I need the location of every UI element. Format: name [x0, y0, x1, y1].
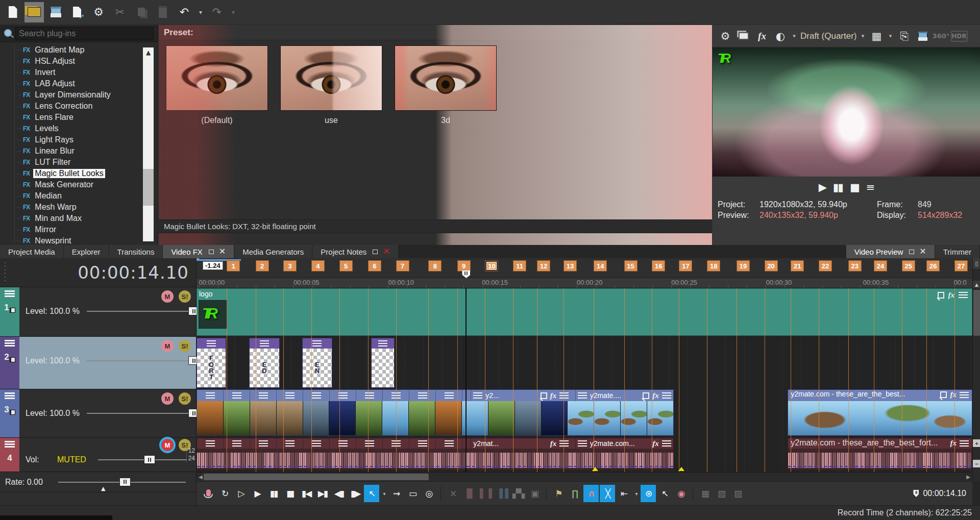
plugin-item[interactable]: FX Mirror — [0, 224, 158, 235]
copy-snapshot-button[interactable]: ⎘ — [896, 28, 913, 45]
insert-region-button[interactable]: ∏ — [567, 485, 582, 502]
add-to-group-button[interactable]: ▨ — [730, 485, 745, 502]
timeline-marker[interactable]: 3 — [283, 260, 297, 271]
timeline-marker[interactable]: 2 — [256, 260, 269, 271]
preview-quality-dropdown[interactable]: ▾ — [859, 28, 867, 45]
external-monitor-button[interactable] — [735, 28, 752, 45]
plugin-item[interactable]: FX Lens Correction — [0, 101, 158, 112]
edit-tool-button[interactable]: ↖ — [364, 485, 379, 502]
track-menu-icon[interactable] — [5, 340, 15, 347]
timeline-marker[interactable]: 27 — [954, 260, 968, 271]
undo-button[interactable]: ↶ — [175, 2, 194, 22]
preview-stop-button[interactable]: ■ — [850, 181, 859, 193]
plugin-item[interactable]: FX Gradient Map — [0, 44, 158, 56]
event-menu-icon[interactable] — [662, 440, 671, 447]
divider[interactable] — [440, 486, 441, 501]
event-menu-icon[interactable] — [959, 292, 968, 299]
preview-settings-button[interactable]: ⚙ — [717, 28, 734, 45]
redo-dropdown[interactable]: ▾ — [229, 2, 238, 22]
scroll-thumb[interactable] — [973, 290, 980, 336]
timeline-marker[interactable]: 10 — [485, 260, 498, 271]
timeline-marker[interactable]: 19 — [737, 260, 750, 271]
overlays-dropdown[interactable]: ▾ — [887, 28, 895, 45]
plugin-item[interactable]: FX Newsprint — [0, 235, 158, 244]
time-ruler[interactable]: 00:00:0000:00:0500:00:1000:00:1500:00:20… — [197, 278, 972, 288]
video-clip-group[interactable]: y2... y2mate.... — [197, 389, 674, 436]
event-menu-icon[interactable] — [260, 340, 269, 347]
split-screen-dropdown[interactable]: ▾ — [790, 28, 798, 45]
mute-button[interactable]: M — [161, 439, 174, 451]
preview-menu-button[interactable]: ≡ — [866, 181, 874, 193]
timecode-display[interactable]: 00:00:14.10 — [0, 258, 196, 287]
event-fx-icon[interactable] — [652, 439, 659, 448]
tab[interactable]: Video FX ✕ — [163, 245, 234, 258]
clip-logo[interactable]: logo TR — [197, 288, 972, 336]
title-clip[interactable] — [371, 338, 395, 388]
loop-playback-button[interactable]: ↻ — [217, 485, 232, 502]
track-header-1[interactable]: 1 M S! Level: 100.0 % — [0, 287, 196, 337]
zoom-tool-button[interactable]: ◎ — [421, 485, 436, 502]
pause-button[interactable]: ▮▮ — [266, 485, 281, 502]
scroll-left-icon[interactable]: ◀ — [198, 473, 204, 481]
plugin-item[interactable]: FX Light Rays — [0, 134, 158, 145]
record-button[interactable] — [201, 485, 216, 502]
preset-item[interactable]: 3d — [395, 45, 497, 125]
plugin-item[interactable]: FX Levels — [0, 123, 158, 134]
float-window-icon[interactable] — [373, 250, 378, 254]
solo-button[interactable]: S! — [179, 392, 191, 405]
tab[interactable]: Media Generators ✕ — [234, 245, 312, 258]
timeline-marker[interactable]: 15 — [624, 260, 638, 271]
scroll-thumb[interactable] — [204, 474, 429, 480]
divider[interactable] — [546, 486, 547, 501]
marker-tool-button[interactable]: ▯ — [973, 258, 980, 269]
timeline-marker[interactable]: 14 — [594, 260, 607, 271]
copy-button[interactable] — [132, 2, 151, 22]
horizontal-scrollbar[interactable]: ◀ ▶ — [197, 472, 972, 481]
close-tab-icon[interactable]: ✕ — [383, 247, 389, 256]
plugin-item[interactable]: FX Min and Max — [0, 213, 158, 224]
go-to-end-button[interactable]: ▶▮ — [315, 485, 330, 502]
edit-tool-dropdown[interactable]: ▾ — [380, 485, 387, 502]
scroll-thumb[interactable] — [143, 169, 154, 206]
rate-center-arrow[interactable]: ▲ — [101, 485, 105, 492]
selection-tool-button[interactable]: ▭ — [405, 485, 420, 502]
plugin-item[interactable]: FX Mask Generator — [0, 179, 158, 190]
close-tab-icon[interactable]: ✕ — [219, 247, 226, 256]
lock-envelopes-button[interactable]: ⊛ — [641, 485, 656, 502]
trim-start-button[interactable]: ▐▌ — [461, 485, 477, 502]
play-from-start-button[interactable]: ▷ — [233, 485, 249, 502]
group-button[interactable]: ▦ — [697, 485, 713, 502]
event-fx-icon[interactable] — [950, 438, 957, 449]
tab[interactable]: Project Notes ✕ — [312, 245, 398, 258]
event-fx-icon[interactable] — [950, 390, 957, 401]
video-clip-header[interactable]: y2mate.... — [575, 390, 673, 401]
plugin-item[interactable]: FX LUT Filter — [0, 157, 158, 168]
save-snapshot-button[interactable] — [914, 28, 932, 45]
slider-knob[interactable] — [144, 455, 155, 464]
event-menu-icon[interactable] — [312, 340, 322, 347]
paste-button[interactable] — [153, 2, 173, 22]
render-as-button[interactable] — [67, 2, 87, 22]
volume-envelope[interactable] — [197, 466, 673, 467]
solo-button[interactable]: S! — [179, 340, 191, 352]
insert-marker-button[interactable]: ⚑ — [551, 485, 566, 502]
timeline-marker[interactable]: 24 — [874, 260, 887, 271]
scroll-up-icon[interactable]: ▲ — [973, 281, 980, 289]
next-frame-button[interactable]: ▮▶ — [348, 485, 363, 502]
tab[interactable]: Trimmer ✕ — [935, 245, 980, 258]
zoom-in-button[interactable]: + — [973, 439, 980, 448]
timeline-marker[interactable]: 18 — [707, 260, 720, 271]
auto-ripple-button[interactable]: ⇤ — [616, 485, 631, 502]
plugin-item[interactable]: FX Magic Bullet Looks — [0, 168, 158, 179]
audio-clip-header[interactable]: y2mat... — [471, 438, 571, 449]
new-project-button[interactable] — [3, 2, 22, 22]
level-slider[interactable] — [87, 413, 200, 414]
event-pan-crop-icon[interactable] — [938, 292, 944, 299]
event-fx-icon[interactable] — [652, 391, 659, 400]
plugin-item[interactable]: FX Lens Flare — [0, 112, 158, 123]
tab[interactable]: Explorer ✕ — [64, 245, 109, 258]
playhead-line[interactable] — [465, 288, 467, 472]
event-menu-icon[interactable] — [559, 392, 569, 399]
lock-button[interactable]: ▣ — [527, 485, 542, 502]
event-fx-icon[interactable] — [948, 290, 955, 300]
